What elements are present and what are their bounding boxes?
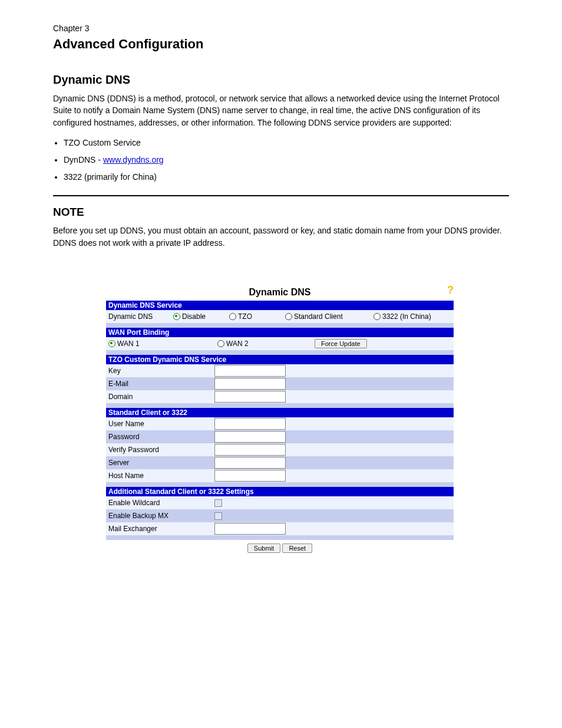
domain-input[interactable]: [214, 391, 286, 403]
server-label: Server: [108, 459, 214, 467]
ddns-service-row: Dynamic DNS Disable TZO Standard Client …: [106, 310, 454, 323]
force-update-button[interactable]: Force Update: [315, 339, 367, 348]
chapter-title: Advanced Configuration: [53, 37, 509, 52]
wan2-option[interactable]: WAN 2: [217, 339, 315, 348]
verify-password-label: Verify Password: [108, 446, 214, 454]
password-label: Password: [108, 433, 214, 441]
provider-list: TZO Custom Service DynDNS - www.dyndns.o…: [64, 136, 509, 185]
section-title: Dynamic DNS: [53, 73, 509, 87]
ddns-3322-option[interactable]: 3322 (In China): [373, 312, 431, 321]
email-label: E-Mail: [108, 380, 214, 388]
key-label: Key: [108, 367, 214, 375]
list-item: DynDNS - www.dyndns.org: [64, 153, 509, 167]
radio-icon: [173, 313, 180, 320]
radio-icon: [229, 313, 236, 320]
ddns-service-label: Dynamic DNS: [108, 312, 153, 321]
domain-label: Domain: [108, 393, 214, 401]
section-header-standard: Standard Client or 3322: [106, 408, 454, 417]
ddns-standard-option[interactable]: Standard Client: [285, 312, 373, 321]
list-item-prefix: DynDNS -: [64, 155, 103, 164]
option-label: WAN 1: [117, 340, 140, 348]
list-item: 3322 (primarily for China): [64, 170, 509, 185]
note-label: NOTE: [53, 206, 509, 219]
section-header-additional: Additional Standard Client or 3322 Setti…: [106, 487, 454, 496]
wildcard-checkbox[interactable]: [214, 499, 222, 507]
reset-button[interactable]: Reset: [282, 543, 312, 553]
ddns-config-panel: Dynamic DNS ? Dynamic DNS Service Dynami…: [106, 284, 454, 556]
intro-paragraph: Dynamic DNS (DDNS) is a method, protocol…: [53, 93, 509, 129]
mailexchanger-label: Mail Exchanger: [108, 525, 214, 533]
wildcard-label: Enable Wildcard: [108, 499, 214, 507]
key-input[interactable]: [214, 365, 286, 377]
option-label: Disable: [182, 312, 206, 321]
option-label: TZO: [238, 312, 252, 321]
list-item: TZO Custom Service: [64, 136, 509, 150]
hostname-label: Host Name: [108, 472, 214, 480]
mailexchanger-input[interactable]: [214, 523, 286, 535]
backupmx-label: Enable Backup MX: [108, 512, 214, 520]
server-input[interactable]: [214, 457, 286, 469]
radio-icon: [217, 340, 224, 347]
verify-password-input[interactable]: [214, 444, 286, 456]
dyndns-link[interactable]: www.dyndns.org: [103, 155, 164, 164]
section-header-tzo: TZO Custom Dynamic DNS Service: [106, 355, 454, 364]
radio-icon: [285, 313, 292, 320]
wan1-option[interactable]: WAN 1: [108, 339, 217, 348]
chapter-label: Chapter 3: [53, 24, 509, 33]
radio-icon: [373, 313, 381, 320]
submit-button[interactable]: Submit: [247, 543, 280, 553]
email-input[interactable]: [214, 378, 286, 390]
wan-binding-row: WAN 1 WAN 2 Force Update: [106, 337, 454, 350]
backupmx-checkbox[interactable]: [214, 512, 222, 520]
password-input[interactable]: [214, 431, 286, 443]
ddns-tzo-option[interactable]: TZO: [229, 312, 285, 321]
ddns-disable-option[interactable]: Disable: [173, 312, 229, 321]
option-label: 3322 (In China): [382, 312, 431, 321]
section-header-ddns-service: Dynamic DNS Service: [106, 301, 454, 310]
hostname-input[interactable]: [214, 470, 286, 482]
note-body: Before you set up DDNS, you must obtain …: [53, 225, 509, 249]
divider: [53, 195, 509, 196]
option-label: Standard Client: [294, 312, 343, 321]
section-header-wan-binding: WAN Port Binding: [106, 328, 454, 337]
username-label: User Name: [108, 420, 214, 428]
username-input[interactable]: [214, 418, 286, 430]
radio-icon: [108, 340, 115, 347]
option-label: WAN 2: [226, 340, 249, 348]
help-icon[interactable]: ?: [447, 284, 454, 297]
panel-title: Dynamic DNS: [249, 287, 311, 298]
